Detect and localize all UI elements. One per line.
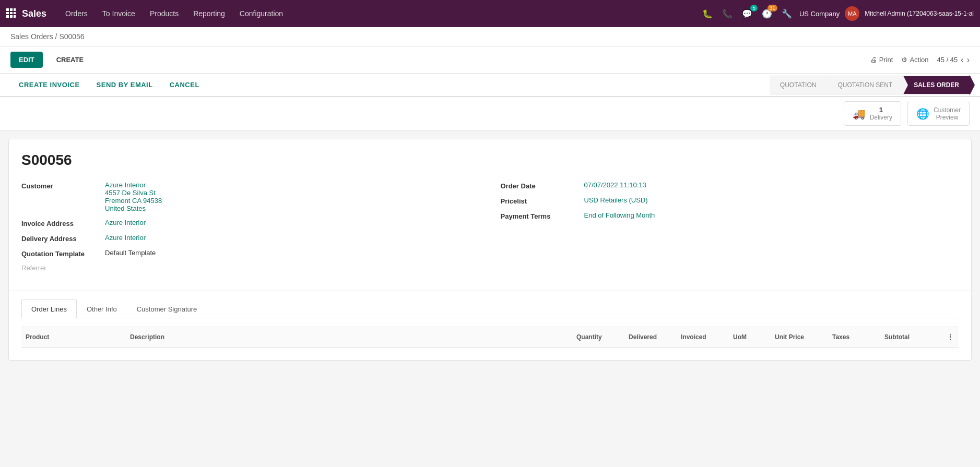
status-quotation-sent[interactable]: QUOTATION SENT — [826, 76, 903, 94]
main-content: S00056 Customer Azure Interior 4557 De S… — [8, 139, 972, 361]
breadcrumb: Sales Orders / S00056 — [0, 27, 980, 46]
status-quotation[interactable]: QUOTATION — [770, 76, 827, 94]
payment-terms-value[interactable]: End of Following Month — [584, 211, 655, 219]
top-navigation: Sales Orders To Invoice Products Reporti… — [0, 0, 980, 27]
invoice-address-label: Invoice Address — [21, 219, 105, 227]
clock-icon[interactable]: 🕐 31 — [760, 7, 774, 21]
order-date-field: Order Date 07/07/2022 11:10:13 — [501, 181, 959, 190]
svg-rect-7 — [10, 15, 13, 18]
gear-icon: ⚙ — [901, 56, 907, 64]
col-quantity: Quantity — [572, 331, 624, 343]
chat-icon[interactable]: 💬 5 — [740, 7, 754, 21]
customer-address3: United States — [105, 205, 162, 212]
invoice-address-field: Invoice Address Azure Interior — [21, 219, 480, 227]
tab-order-lines[interactable]: Order Lines — [21, 300, 77, 318]
delivery-address-field: Delivery Address Azure Interior — [21, 234, 480, 243]
svg-rect-1 — [10, 8, 13, 11]
edit-button[interactable]: EDIT — [10, 52, 43, 68]
customer-preview-button[interactable]: 🌐 CustomerPreview — [907, 102, 970, 126]
pricelist-label: Pricelist — [501, 196, 584, 205]
pricelist-field: Pricelist USD Retailers (USD) — [501, 196, 959, 205]
table-header: Product Description Quantity Delivered I… — [21, 327, 959, 348]
col-delivered: Delivered — [624, 331, 677, 343]
send-by-email-button[interactable]: SEND BY EMAIL — [88, 74, 161, 96]
order-number: S00056 — [21, 152, 959, 169]
col-subtotal: Subtotal — [880, 331, 943, 343]
customer-name[interactable]: Azure Interior — [105, 181, 162, 189]
nav-products[interactable]: Products — [144, 6, 185, 21]
customer-address1: 4557 De Silva St — [105, 189, 162, 197]
breadcrumb-parent[interactable]: Sales Orders — [10, 32, 53, 41]
bug-icon[interactable]: 🐛 — [700, 7, 715, 21]
print-button[interactable]: 🖨 Print — [870, 56, 893, 64]
cancel-button[interactable]: CANCEL — [161, 74, 208, 96]
nav-right: 🐛 📞 💬 5 🕐 31 🔧 US Company MA Mitchell Ad… — [700, 6, 974, 21]
phone-icon[interactable]: 📞 — [720, 7, 735, 21]
form-left: Customer Azure Interior 4557 De Silva St… — [21, 181, 480, 278]
invoice-address-value[interactable]: Azure Interior — [105, 219, 146, 226]
col-taxes: Taxes — [828, 331, 880, 343]
nav-reporting[interactable]: Reporting — [187, 6, 231, 21]
chat-badge: 5 — [750, 5, 758, 11]
customer-label: Customer — [21, 181, 105, 190]
app-name: Sales — [22, 8, 46, 19]
grid-icon[interactable] — [6, 8, 16, 19]
order-date-label: Order Date — [501, 181, 584, 190]
toolbar-right: 🖨 Print ⚙ Action 45 / 45 ‹ › — [870, 55, 970, 65]
delivery-icon: 🚚 — [853, 107, 866, 120]
col-unit-price: Unit Price — [771, 331, 828, 343]
create-button[interactable]: CREATE — [48, 52, 92, 68]
tab-customer-signature[interactable]: Customer Signature — [127, 300, 207, 318]
quotation-template-label: Quotation Template — [21, 249, 105, 258]
divider — [9, 291, 971, 291]
col-invoiced: Invoiced — [677, 331, 729, 343]
delivery-count: 1 — [870, 106, 892, 114]
customer-field: Customer Azure Interior 4557 De Silva St… — [21, 181, 480, 212]
status-sales-order[interactable]: SALES ORDER — [903, 76, 970, 94]
payment-terms-label: Payment Terms — [501, 211, 584, 220]
delivery-button[interactable]: 🚚 1 Delivery — [844, 101, 901, 126]
tabs-bar: Order Lines Other Info Customer Signatur… — [21, 300, 959, 318]
svg-rect-0 — [6, 8, 9, 11]
pagination-count: 45 / 45 — [937, 56, 958, 64]
company-name: US Company — [799, 10, 840, 18]
action-button[interactable]: ⚙ Action — [901, 56, 928, 64]
next-arrow[interactable]: › — [967, 55, 970, 65]
svg-rect-2 — [14, 8, 16, 11]
form-grid: Customer Azure Interior 4557 De Silva St… — [21, 181, 959, 278]
svg-rect-8 — [14, 15, 16, 18]
quotation-template-field: Quotation Template Default Template — [21, 249, 480, 258]
globe-icon: 🌐 — [916, 107, 929, 120]
svg-rect-3 — [6, 12, 9, 14]
print-icon: 🖨 — [870, 56, 877, 64]
col-actions: ⋮ — [943, 331, 959, 343]
quotation-template-value[interactable]: Default Template — [105, 249, 156, 257]
nav-to-invoice[interactable]: To Invoice — [96, 6, 141, 21]
tab-other-info[interactable]: Other Info — [77, 300, 127, 318]
customer-preview-info: CustomerPreview — [934, 106, 961, 121]
col-uom: UoM — [729, 331, 771, 343]
breadcrumb-current: S00056 — [59, 32, 84, 41]
nav-links: Orders To Invoice Products Reporting Con… — [59, 6, 700, 21]
prev-arrow[interactable]: ‹ — [961, 55, 963, 65]
customer-value: Azure Interior 4557 De Silva St Fremont … — [105, 181, 162, 212]
col-product: Product — [21, 331, 126, 343]
form-right: Order Date 07/07/2022 11:10:13 Pricelist… — [501, 181, 959, 278]
svg-rect-4 — [10, 12, 13, 14]
customer-address2: Fremont CA 94538 — [105, 197, 162, 205]
user-name: Mitchell Admin (17204063-saas-15-1-al — [865, 10, 974, 17]
referrer-placeholder[interactable]: Referrer — [21, 264, 480, 272]
pricelist-value[interactable]: USD Retailers (USD) — [584, 196, 648, 204]
create-invoice-button[interactable]: CREATE INVOICE — [10, 74, 88, 96]
delivery-label: Delivery — [870, 114, 892, 121]
delivery-address-value[interactable]: Azure Interior — [105, 234, 146, 242]
customer-preview-label: CustomerPreview — [934, 106, 961, 121]
nav-orders[interactable]: Orders — [59, 6, 94, 21]
tools-icon[interactable]: 🔧 — [780, 7, 794, 21]
payment-terms-field: Payment Terms End of Following Month — [501, 211, 959, 220]
svg-rect-6 — [6, 15, 9, 18]
smart-buttons-bar: 🚚 1 Delivery 🌐 CustomerPreview — [0, 97, 980, 130]
breadcrumb-separator: / — [55, 32, 57, 41]
nav-configuration[interactable]: Configuration — [233, 6, 289, 21]
status-pipeline: QUOTATION QUOTATION SENT SALES ORDER — [770, 76, 970, 94]
